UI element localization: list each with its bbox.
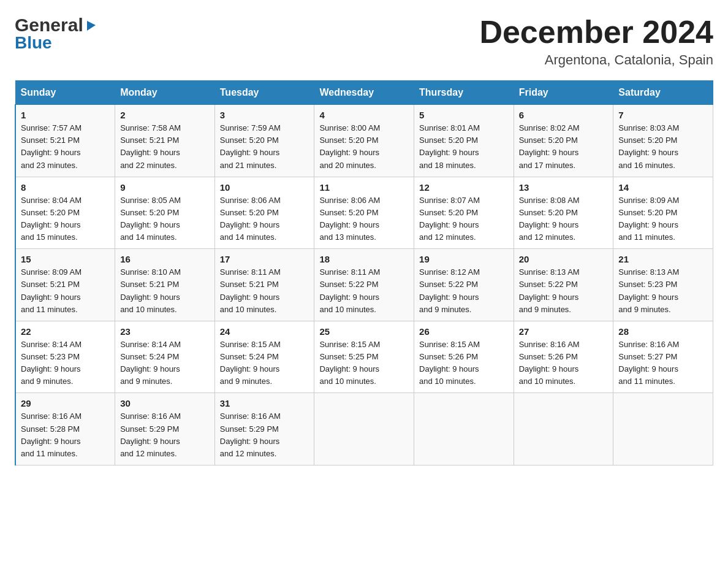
day-info: Sunrise: 8:15 AM Sunset: 5:24 PM Dayligh… bbox=[220, 339, 309, 388]
day-info: Sunrise: 8:11 AM Sunset: 5:22 PM Dayligh… bbox=[319, 266, 409, 316]
day-number: 4 bbox=[319, 110, 409, 120]
calendar-cell: 12 Sunrise: 8:07 AM Sunset: 5:20 PM Dayl… bbox=[414, 177, 514, 249]
calendar-cell: 6 Sunrise: 8:02 AM Sunset: 5:20 PM Dayli… bbox=[514, 105, 613, 177]
calendar-cell: 31 Sunrise: 8:16 AM Sunset: 5:29 PM Dayl… bbox=[214, 393, 314, 465]
day-number: 7 bbox=[618, 110, 708, 120]
col-sunday: Sunday bbox=[15, 81, 115, 105]
day-number: 15 bbox=[21, 254, 110, 264]
day-info: Sunrise: 8:06 AM Sunset: 5:20 PM Dayligh… bbox=[220, 194, 309, 244]
calendar-week-row: 15 Sunrise: 8:09 AM Sunset: 5:21 PM Dayl… bbox=[15, 249, 713, 321]
calendar-cell: 7 Sunrise: 8:03 AM Sunset: 5:20 PM Dayli… bbox=[613, 105, 713, 177]
calendar-cell: 10 Sunrise: 8:06 AM Sunset: 5:20 PM Dayl… bbox=[214, 177, 314, 249]
day-info: Sunrise: 8:04 AM Sunset: 5:20 PM Dayligh… bbox=[21, 194, 110, 244]
day-info: Sunrise: 7:58 AM Sunset: 5:21 PM Dayligh… bbox=[120, 122, 210, 172]
day-info: Sunrise: 8:16 AM Sunset: 5:26 PM Dayligh… bbox=[519, 339, 609, 388]
calendar-week-row: 1 Sunrise: 7:57 AM Sunset: 5:21 PM Dayli… bbox=[15, 105, 713, 177]
day-number: 31 bbox=[220, 398, 309, 408]
day-info: Sunrise: 8:14 AM Sunset: 5:23 PM Dayligh… bbox=[21, 339, 110, 388]
day-number: 25 bbox=[319, 326, 409, 337]
month-title: December 2024 bbox=[479, 15, 713, 50]
calendar-cell bbox=[514, 393, 613, 465]
calendar-cell: 2 Sunrise: 7:58 AM Sunset: 5:21 PM Dayli… bbox=[115, 105, 215, 177]
col-tuesday: Tuesday bbox=[214, 81, 314, 105]
calendar-cell: 16 Sunrise: 8:10 AM Sunset: 5:21 PM Dayl… bbox=[115, 249, 215, 321]
day-number: 1 bbox=[21, 110, 110, 120]
calendar-table: Sunday Monday Tuesday Wednesday Thursday… bbox=[15, 80, 713, 465]
logo-triangle-icon bbox=[85, 18, 98, 34]
day-number: 27 bbox=[519, 326, 609, 337]
day-info: Sunrise: 8:12 AM Sunset: 5:22 PM Dayligh… bbox=[419, 266, 509, 316]
day-info: Sunrise: 8:13 AM Sunset: 5:22 PM Dayligh… bbox=[519, 266, 609, 316]
day-info: Sunrise: 8:13 AM Sunset: 5:23 PM Dayligh… bbox=[618, 266, 708, 316]
calendar-cell: 14 Sunrise: 8:09 AM Sunset: 5:20 PM Dayl… bbox=[613, 177, 713, 249]
calendar-cell: 8 Sunrise: 8:04 AM Sunset: 5:20 PM Dayli… bbox=[15, 177, 115, 249]
title-area: December 2024 Argentona, Catalonia, Spai… bbox=[479, 15, 713, 68]
calendar-cell: 20 Sunrise: 8:13 AM Sunset: 5:22 PM Dayl… bbox=[514, 249, 613, 321]
day-number: 19 bbox=[419, 254, 509, 264]
day-number: 29 bbox=[21, 398, 110, 408]
day-number: 10 bbox=[220, 182, 309, 193]
col-friday: Friday bbox=[514, 81, 613, 105]
day-number: 21 bbox=[618, 254, 708, 264]
calendar-header: Sunday Monday Tuesday Wednesday Thursday… bbox=[15, 81, 713, 105]
header-row: Sunday Monday Tuesday Wednesday Thursday… bbox=[15, 81, 713, 105]
day-number: 23 bbox=[120, 326, 210, 337]
day-info: Sunrise: 7:59 AM Sunset: 5:20 PM Dayligh… bbox=[220, 122, 309, 172]
day-number: 20 bbox=[519, 254, 609, 264]
day-number: 8 bbox=[21, 182, 110, 193]
day-number: 14 bbox=[618, 182, 708, 193]
logo-general-text: General bbox=[15, 15, 83, 36]
day-number: 2 bbox=[120, 110, 210, 120]
day-number: 13 bbox=[519, 182, 609, 193]
day-info: Sunrise: 8:06 AM Sunset: 5:20 PM Dayligh… bbox=[319, 194, 409, 244]
day-info: Sunrise: 8:09 AM Sunset: 5:21 PM Dayligh… bbox=[21, 266, 110, 316]
calendar-cell: 21 Sunrise: 8:13 AM Sunset: 5:23 PM Dayl… bbox=[613, 249, 713, 321]
calendar-cell: 13 Sunrise: 8:08 AM Sunset: 5:20 PM Dayl… bbox=[514, 177, 613, 249]
calendar-cell: 26 Sunrise: 8:15 AM Sunset: 5:26 PM Dayl… bbox=[414, 321, 514, 393]
col-monday: Monday bbox=[115, 81, 215, 105]
day-number: 3 bbox=[220, 110, 309, 120]
logo: General Blue bbox=[15, 15, 98, 53]
day-info: Sunrise: 8:16 AM Sunset: 5:28 PM Dayligh… bbox=[21, 410, 110, 460]
day-info: Sunrise: 8:11 AM Sunset: 5:21 PM Dayligh… bbox=[220, 266, 309, 316]
day-info: Sunrise: 8:16 AM Sunset: 5:27 PM Dayligh… bbox=[618, 339, 708, 388]
day-number: 18 bbox=[319, 254, 409, 264]
day-number: 28 bbox=[618, 326, 708, 337]
day-info: Sunrise: 8:00 AM Sunset: 5:20 PM Dayligh… bbox=[319, 122, 409, 172]
day-number: 24 bbox=[220, 326, 309, 337]
calendar-cell: 1 Sunrise: 7:57 AM Sunset: 5:21 PM Dayli… bbox=[15, 105, 115, 177]
calendar-cell: 3 Sunrise: 7:59 AM Sunset: 5:20 PM Dayli… bbox=[214, 105, 314, 177]
day-info: Sunrise: 8:15 AM Sunset: 5:25 PM Dayligh… bbox=[319, 339, 409, 388]
calendar-cell: 27 Sunrise: 8:16 AM Sunset: 5:26 PM Dayl… bbox=[514, 321, 613, 393]
calendar-cell bbox=[613, 393, 713, 465]
calendar-cell: 19 Sunrise: 8:12 AM Sunset: 5:22 PM Dayl… bbox=[414, 249, 514, 321]
day-number: 9 bbox=[120, 182, 210, 193]
day-number: 17 bbox=[220, 254, 309, 264]
svg-marker-0 bbox=[87, 21, 96, 31]
day-number: 5 bbox=[419, 110, 509, 120]
col-thursday: Thursday bbox=[414, 81, 514, 105]
calendar-cell: 18 Sunrise: 8:11 AM Sunset: 5:22 PM Dayl… bbox=[314, 249, 414, 321]
calendar-cell: 24 Sunrise: 8:15 AM Sunset: 5:24 PM Dayl… bbox=[214, 321, 314, 393]
calendar-cell: 25 Sunrise: 8:15 AM Sunset: 5:25 PM Dayl… bbox=[314, 321, 414, 393]
day-number: 16 bbox=[120, 254, 210, 264]
day-info: Sunrise: 8:01 AM Sunset: 5:20 PM Dayligh… bbox=[419, 122, 509, 172]
day-info: Sunrise: 8:09 AM Sunset: 5:20 PM Dayligh… bbox=[618, 194, 708, 244]
day-number: 12 bbox=[419, 182, 509, 193]
calendar-cell: 28 Sunrise: 8:16 AM Sunset: 5:27 PM Dayl… bbox=[613, 321, 713, 393]
calendar-cell: 17 Sunrise: 8:11 AM Sunset: 5:21 PM Dayl… bbox=[214, 249, 314, 321]
calendar-week-row: 8 Sunrise: 8:04 AM Sunset: 5:20 PM Dayli… bbox=[15, 177, 713, 249]
calendar-cell: 30 Sunrise: 8:16 AM Sunset: 5:29 PM Dayl… bbox=[115, 393, 215, 465]
calendar-cell: 22 Sunrise: 8:14 AM Sunset: 5:23 PM Dayl… bbox=[15, 321, 115, 393]
location-subtitle: Argentona, Catalonia, Spain bbox=[479, 52, 713, 68]
day-info: Sunrise: 8:16 AM Sunset: 5:29 PM Dayligh… bbox=[220, 410, 309, 460]
day-number: 11 bbox=[319, 182, 409, 193]
day-info: Sunrise: 8:10 AM Sunset: 5:21 PM Dayligh… bbox=[120, 266, 210, 316]
col-wednesday: Wednesday bbox=[314, 81, 414, 105]
calendar-cell: 29 Sunrise: 8:16 AM Sunset: 5:28 PM Dayl… bbox=[15, 393, 115, 465]
calendar-cell: 23 Sunrise: 8:14 AM Sunset: 5:24 PM Dayl… bbox=[115, 321, 215, 393]
day-number: 6 bbox=[519, 110, 609, 120]
day-info: Sunrise: 8:02 AM Sunset: 5:20 PM Dayligh… bbox=[519, 122, 609, 172]
day-info: Sunrise: 8:15 AM Sunset: 5:26 PM Dayligh… bbox=[419, 339, 509, 388]
calendar-cell: 5 Sunrise: 8:01 AM Sunset: 5:20 PM Dayli… bbox=[414, 105, 514, 177]
